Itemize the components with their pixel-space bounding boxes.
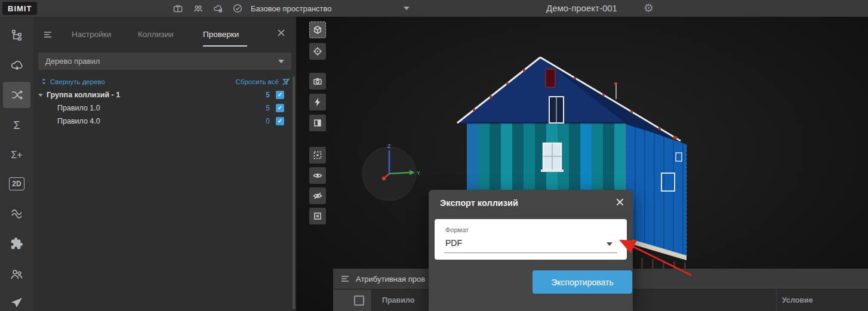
panel-menu-icon [340, 274, 350, 284]
column-divider [776, 290, 777, 311]
collisions-icon [10, 88, 24, 102]
reset-filters-icon [282, 78, 290, 86]
cloud-sync-button[interactable] [3, 53, 30, 79]
collision-count: 0 [266, 117, 270, 125]
2d-view-button[interactable]: 2D [3, 171, 30, 197]
workspace-dropdown[interactable]: Базовое пространство [251, 0, 410, 17]
attribute-check-title: Атрибутивная пров [356, 275, 425, 284]
select-all-checkbox[interactable] [354, 295, 364, 306]
charts-button[interactable] [3, 201, 30, 227]
collapse-tree-link[interactable]: Свернуть дерево [41, 78, 105, 85]
topbar: BIMIT Базовое пространство [0, 0, 868, 17]
rules-tree-label: Дерево правил [45, 57, 100, 66]
rule-label: Правило 1.0 [57, 104, 100, 112]
check-icon: ✓ [278, 118, 282, 124]
expander-icon[interactable] [38, 94, 43, 97]
modal-close-button[interactable] [615, 198, 624, 209]
eye-off-icon [313, 191, 322, 201]
reset-all-link[interactable]: Сбросить всё [236, 78, 290, 86]
panel-menu-icon [43, 30, 53, 39]
panel-menu-button[interactable] [43, 30, 53, 42]
rule-checkbox[interactable]: ✓ [276, 117, 284, 125]
settings-gear-icon[interactable]: ⚙ [644, 1, 654, 16]
panel-scrollbar[interactable] [293, 76, 295, 309]
group-checkbox[interactable]: ✓ [276, 91, 284, 99]
collapse-tree-label: Свернуть дерево [50, 78, 105, 85]
modal-title: Экспорт коллизий [440, 198, 518, 208]
team-button[interactable] [191, 2, 205, 15]
snapshot-button[interactable] [309, 73, 326, 90]
projects-button[interactable] [171, 2, 185, 15]
chevron-down-icon [278, 60, 284, 63]
validate-button[interactable] [230, 2, 245, 15]
app-root: BIMIT Базовое пространство [0, 0, 868, 311]
waves-icon [10, 207, 24, 221]
project-title: Демо-проект-001 [546, 3, 617, 13]
users-button[interactable] [3, 261, 30, 288]
gizmo-y-label: Y [417, 170, 420, 176]
sigma-icon: Σ [13, 119, 20, 132]
select-box-button[interactable] [309, 147, 326, 164]
hide-button[interactable] [309, 187, 326, 204]
puzzle-icon [10, 237, 23, 250]
tree-row-rule-1[interactable]: Правило 1.0 5 ✓ [38, 101, 291, 115]
collisions-button[interactable] [3, 82, 30, 108]
format-field-card: Формат PDF [435, 219, 627, 260]
focus-button[interactable] [309, 43, 326, 60]
format-dropdown-chevron-icon[interactable] [607, 242, 612, 246]
collision-count: 5 [266, 91, 270, 99]
cloud-sync-icon [10, 58, 24, 73]
column-rule: Правило [382, 296, 414, 304]
fit-view-button[interactable] [309, 21, 326, 38]
check-circle-icon [232, 3, 243, 14]
group-label: Группа коллизий - 1 [47, 91, 120, 99]
column-condition: Условие [782, 296, 813, 304]
app-logo[interactable]: BIMIT [2, 2, 37, 15]
hexagon-cube-icon [313, 25, 322, 35]
close-icon [615, 198, 624, 207]
section-box-button[interactable] [309, 115, 326, 131]
publish-button[interactable] [3, 290, 30, 311]
navigation-gizmo[interactable]: Z Y [362, 143, 420, 201]
model-tree-button[interactable] [3, 23, 30, 49]
eye-icon [313, 171, 322, 180]
rules-tree-dropdown[interactable]: Дерево правил [38, 53, 291, 70]
rule-checkbox[interactable]: ✓ [276, 104, 284, 112]
show-button[interactable] [309, 167, 326, 184]
tab-checks[interactable]: Проверки [203, 30, 239, 39]
sigma-plus-icon: Σ+ [11, 150, 22, 161]
cloud-button[interactable] [211, 2, 225, 15]
reset-all-label: Сбросить всё [236, 78, 279, 85]
export-button[interactable]: Экспортировать [533, 270, 632, 294]
sum-button[interactable]: Σ [3, 112, 30, 138]
active-tab-underline [203, 45, 247, 47]
model-tree-icon [10, 29, 24, 43]
team-icon [193, 3, 204, 14]
quick-actions-button[interactable] [309, 94, 326, 110]
cloud-icon [213, 3, 223, 14]
workspace-label: Базовое пространство [251, 4, 332, 13]
x-box-icon [313, 211, 322, 221]
tab-collisions[interactable]: Коллизии [138, 30, 174, 39]
format-label: Формат [445, 226, 469, 233]
tree-row-group[interactable]: Группа коллизий - 1 5 ✓ [38, 88, 291, 101]
focus-target-icon [313, 47, 322, 56]
close-icon [277, 29, 285, 37]
left-icon-rail: Σ Σ+ 2D [0, 17, 33, 311]
tree-row-rule-4[interactable]: Правило 4.0 0 ✓ [38, 115, 291, 128]
gizmo-z-label: Z [387, 143, 391, 149]
format-value: PDF [445, 238, 462, 248]
check-icon: ✓ [278, 105, 282, 111]
export-collisions-modal: Экспорт коллизий Формат PDF Экспортирова… [429, 190, 633, 311]
plugins-button[interactable] [3, 230, 30, 257]
rule-label: Правило 4.0 [57, 117, 100, 125]
check-icon: ✓ [278, 92, 282, 98]
chevron-down-icon [404, 7, 410, 10]
tab-settings[interactable]: Настройки [72, 30, 111, 39]
clear-selection-button[interactable] [309, 208, 326, 224]
selection-box-icon [313, 150, 322, 160]
paper-plane-icon [10, 295, 24, 310]
sum-plus-button[interactable]: Σ+ [3, 142, 30, 168]
collision-count: 5 [266, 104, 270, 112]
panel-close-button[interactable] [277, 29, 285, 39]
